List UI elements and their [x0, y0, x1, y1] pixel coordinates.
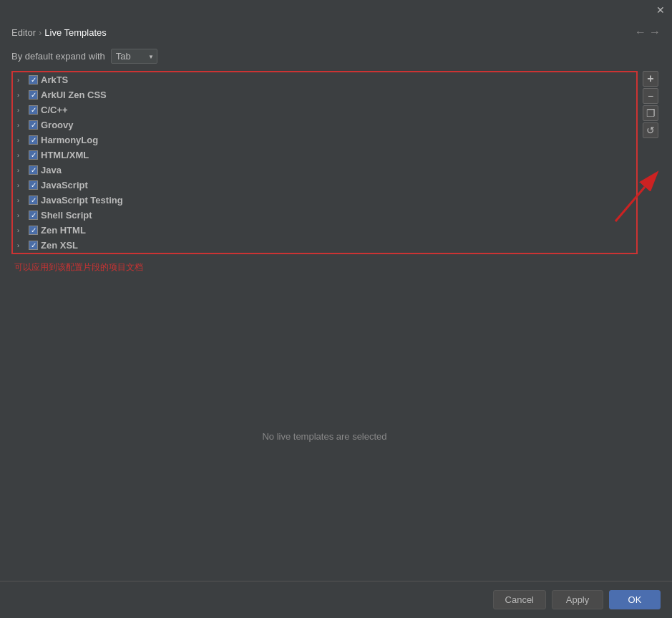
no-selection-message: No live templates are selected — [262, 431, 386, 442]
chevron-right-icon: › — [17, 152, 26, 159]
chevron-right-icon: › — [17, 92, 26, 99]
cancel-button[interactable]: Cancel — [493, 590, 546, 609]
template-group-item[interactable]: ›✓C/C++ — [13, 102, 636, 117]
template-group-item[interactable]: ›✓HTML/XML — [13, 148, 636, 163]
template-group-item[interactable]: ›✓ArkTS — [13, 72, 636, 87]
chevron-right-icon: › — [17, 242, 26, 249]
group-checkbox[interactable]: ✓ — [29, 150, 38, 160]
toolbar: By default expand with Tab Enter Space — [0, 44, 672, 71]
group-checkbox[interactable]: ✓ — [29, 105, 38, 115]
group-label: ArkUI Zen CSS — [41, 90, 107, 100]
nav-arrows: ← → — [635, 26, 661, 39]
no-selection-area: No live templates are selected — [11, 292, 638, 581]
breadcrumb-live-templates: Live Templates — [44, 27, 106, 38]
group-label: JavaScript Testing — [41, 195, 123, 206]
group-label: Shell Script — [41, 210, 92, 221]
apply-button[interactable]: Apply — [552, 590, 603, 609]
chevron-right-icon: › — [17, 182, 26, 189]
group-checkbox[interactable]: ✓ — [29, 75, 38, 85]
group-checkbox[interactable]: ✓ — [29, 165, 38, 175]
expand-dropdown[interactable]: Tab Enter Space — [111, 49, 157, 64]
template-group-item[interactable]: ›✓Java — [13, 163, 636, 178]
chevron-right-icon: › — [17, 212, 26, 219]
hint-text: 可以应用到该配置片段的项目文档 — [11, 254, 638, 278]
group-label: HarmonyLog — [41, 135, 98, 145]
chevron-right-icon: › — [17, 137, 26, 144]
chevron-right-icon: › — [17, 167, 26, 174]
left-panel: ›✓ArkTS›✓ArkUI Zen CSS›✓C/C++›✓Groovy›✓H… — [11, 71, 638, 581]
title-bar: ✕ — [0, 0, 672, 20]
group-checkbox[interactable]: ✓ — [29, 211, 38, 220]
group-label: ArkTS — [41, 74, 68, 85]
group-checkbox[interactable]: ✓ — [29, 241, 38, 250]
right-sidebar: + − ❐ ↺ — [641, 71, 661, 581]
group-label: Groovy — [41, 120, 74, 130]
templates-list[interactable]: ›✓ArkTS›✓ArkUI Zen CSS›✓C/C++›✓Groovy›✓H… — [11, 71, 638, 254]
group-label: Zen XSL — [41, 240, 78, 251]
content-wrapper: ›✓ArkTS›✓ArkUI Zen CSS›✓C/C++›✓Groovy›✓H… — [0, 71, 672, 581]
back-arrow[interactable]: ← — [635, 26, 646, 39]
add-button[interactable]: + — [643, 71, 658, 87]
template-group-item[interactable]: ›✓JavaScript — [13, 178, 636, 193]
template-group-item[interactable]: ›✓Shell Script — [13, 208, 636, 223]
group-label: JavaScript — [41, 180, 88, 190]
group-checkbox[interactable]: ✓ — [29, 120, 38, 130]
close-button[interactable]: ✕ — [655, 4, 666, 16]
template-group-item[interactable]: ›✓Zen XSL — [13, 238, 636, 253]
template-group-item[interactable]: ›✓Zen HTML — [13, 223, 636, 238]
footer: Cancel Apply OK — [0, 581, 672, 618]
remove-button[interactable]: − — [643, 88, 658, 104]
expand-dropdown-wrap[interactable]: Tab Enter Space — [111, 49, 157, 64]
group-label: Zen HTML — [41, 225, 86, 236]
group-label: Java — [41, 165, 62, 175]
group-checkbox[interactable]: ✓ — [29, 226, 38, 235]
breadcrumb-editor[interactable]: Editor — [11, 27, 36, 38]
template-group-item[interactable]: ›✓HarmonyLog — [13, 132, 636, 148]
chevron-right-icon: › — [17, 77, 26, 84]
breadcrumb: Editor › Live Templates ← → — [0, 20, 672, 44]
copy-button[interactable]: ❐ — [643, 105, 658, 121]
group-label: HTML/XML — [41, 150, 89, 160]
template-group-item[interactable]: ›✓Groovy — [13, 117, 636, 132]
forward-arrow[interactable]: → — [649, 26, 661, 39]
chevron-right-icon: › — [17, 227, 26, 234]
chevron-right-icon: › — [17, 107, 26, 114]
template-group-item[interactable]: ›✓ArkUI Zen CSS — [13, 87, 636, 102]
template-group-item[interactable]: ›✓JavaScript Testing — [13, 193, 636, 208]
group-checkbox[interactable]: ✓ — [29, 135, 38, 145]
group-checkbox[interactable]: ✓ — [29, 90, 38, 100]
main-content: ›✓ArkTS›✓ArkUI Zen CSS›✓C/C++›✓Groovy›✓H… — [0, 71, 672, 581]
dialog: Editor › Live Templates ← → By default e… — [0, 20, 672, 618]
expand-label: By default expand with — [11, 51, 105, 62]
revert-button[interactable]: ↺ — [643, 122, 658, 138]
group-checkbox[interactable]: ✓ — [29, 180, 38, 190]
ok-button[interactable]: OK — [609, 590, 661, 609]
chevron-right-icon: › — [17, 122, 26, 129]
breadcrumb-separator: › — [39, 27, 42, 38]
group-checkbox[interactable]: ✓ — [29, 195, 38, 205]
group-label: C/C++ — [41, 105, 68, 115]
chevron-right-icon: › — [17, 197, 26, 204]
